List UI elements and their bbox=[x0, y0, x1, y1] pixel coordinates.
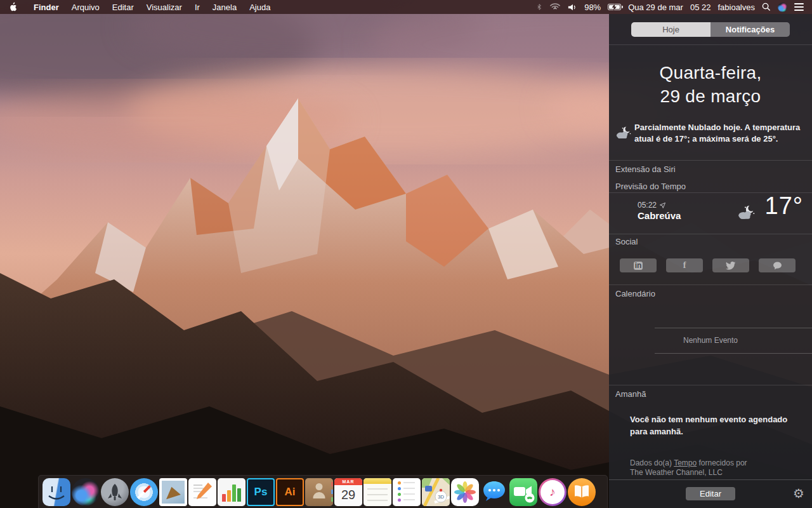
itunes-icon: ♪ bbox=[539, 478, 566, 506]
calendar-icon: MAR 29 bbox=[334, 478, 362, 506]
menu-bar-left: Finder Arquivo Editar Visualizar Ir Jane… bbox=[0, 0, 277, 14]
divider bbox=[609, 385, 812, 385]
message-bubble-icon bbox=[773, 262, 782, 270]
notification-center-icon[interactable] bbox=[794, 3, 804, 11]
dock: Ps Ai MAR 29 bbox=[38, 475, 608, 508]
facebook-share-button[interactable]: f bbox=[666, 258, 703, 272]
divider bbox=[609, 284, 812, 285]
menu-item-arquivo[interactable]: Arquivo bbox=[65, 0, 106, 14]
date-line-1: Quarta-feira, bbox=[609, 61, 812, 84]
edit-button[interactable]: Editar bbox=[686, 487, 735, 500]
photoshop-icon: Ps bbox=[247, 478, 275, 506]
section-tomorrow: Amanhã bbox=[615, 389, 646, 399]
dock-app-contacts[interactable] bbox=[305, 478, 333, 506]
panel-tab-switcher: Hoje Notificações bbox=[631, 22, 790, 37]
dock-app-messages[interactable] bbox=[480, 478, 508, 506]
dock-app-calendar[interactable]: MAR 29 bbox=[334, 478, 362, 506]
dock-app-mail[interactable] bbox=[159, 478, 187, 506]
calendar-no-events: Nenhum Evento bbox=[609, 336, 812, 345]
siri-menu-icon[interactable] bbox=[778, 3, 787, 12]
divider bbox=[609, 44, 812, 45]
widget-cloud-moon-icon bbox=[737, 204, 756, 223]
dock-app-numbers[interactable] bbox=[218, 478, 246, 506]
divider bbox=[609, 234, 812, 234]
bluetooth-icon[interactable] bbox=[536, 3, 542, 11]
reminders-icon bbox=[393, 478, 421, 506]
dock-app-facetime[interactable] bbox=[509, 478, 537, 506]
tomorrow-empty-text: Você não tem nenhum evento agendado para… bbox=[630, 413, 794, 438]
section-calendar: Calendário bbox=[615, 289, 655, 298]
finder-face bbox=[43, 478, 70, 506]
spotlight-search-icon[interactable] bbox=[762, 3, 771, 11]
maps-icon: 3D bbox=[422, 478, 450, 506]
illustrator-icon: Ai bbox=[276, 478, 304, 506]
dock-app-photoshop[interactable]: Ps bbox=[247, 478, 275, 506]
dock-app-finder[interactable] bbox=[43, 478, 70, 506]
dock-app-pages[interactable] bbox=[188, 478, 216, 506]
weather-attribution: Dados do(a) Tempo fornecidos por The Wea… bbox=[630, 458, 747, 478]
apple-menu[interactable] bbox=[0, 0, 27, 14]
date-line-2: 29 de março bbox=[609, 84, 812, 108]
desktop: Finder Arquivo Editar Visualizar Ir Jane… bbox=[0, 0, 812, 508]
weather-summary-text: Parcialmente Nublado hoje. A temperatura… bbox=[634, 122, 803, 145]
contacts-icon bbox=[305, 478, 333, 506]
menu-item-ajuda[interactable]: Ajuda bbox=[243, 0, 277, 14]
menu-item-editar[interactable]: Editar bbox=[106, 0, 140, 14]
wifi-icon[interactable] bbox=[549, 3, 561, 11]
calendar-day: 29 bbox=[334, 485, 362, 504]
menu-bar: Finder Arquivo Editar Visualizar Ir Jane… bbox=[0, 0, 812, 14]
compass-needle bbox=[137, 485, 151, 499]
messages-share-button[interactable] bbox=[759, 258, 796, 272]
menu-item-visualizar[interactable]: Visualizar bbox=[140, 0, 188, 14]
menu-item-ir[interactable]: Ir bbox=[188, 0, 206, 14]
dock-app-maps[interactable]: 3D bbox=[422, 478, 450, 506]
section-weather-forecast: Previsão do Tempo bbox=[615, 182, 686, 191]
dock-app-illustrator[interactable]: Ai bbox=[276, 478, 304, 506]
weather-widget-time: 05:22 bbox=[638, 201, 665, 210]
facebook-icon: f bbox=[683, 260, 686, 271]
stamp-eagle bbox=[163, 485, 181, 499]
calendar-month: MAR bbox=[334, 478, 362, 485]
facetime-icon bbox=[509, 478, 537, 506]
current-user[interactable]: fabioalves bbox=[717, 3, 755, 12]
battery-charging-icon[interactable] bbox=[608, 4, 621, 10]
linkedin-share-button[interactable]: in bbox=[620, 258, 657, 272]
volume-icon[interactable] bbox=[568, 3, 577, 11]
social-buttons: in f bbox=[620, 258, 796, 272]
tab-notificacoes[interactable]: Notificações bbox=[710, 22, 790, 37]
dock-app-itunes[interactable]: ♪ bbox=[539, 478, 566, 506]
dock-app-reminders[interactable] bbox=[393, 478, 421, 506]
widget-time-value: 05:22 bbox=[638, 201, 657, 210]
divider bbox=[609, 160, 812, 161]
dock-app-safari[interactable] bbox=[130, 478, 158, 506]
twitter-bird-icon bbox=[726, 262, 736, 270]
mail-icon bbox=[159, 478, 187, 506]
rocket-icon bbox=[101, 478, 129, 506]
open-book-icon bbox=[568, 478, 596, 506]
battery-percent: 98% bbox=[584, 3, 601, 12]
cloud-moon-icon bbox=[615, 125, 632, 142]
menu-clock-time[interactable]: 05 22 bbox=[690, 3, 711, 12]
menu-item-janela[interactable]: Janela bbox=[206, 0, 243, 14]
dock-app-notes[interactable] bbox=[363, 478, 391, 506]
section-social: Social bbox=[615, 237, 638, 246]
twitter-share-button[interactable] bbox=[712, 258, 749, 272]
music-note-icon: ♪ bbox=[549, 485, 556, 499]
dock-app-ibooks[interactable] bbox=[568, 478, 596, 506]
messages-icon bbox=[480, 478, 508, 506]
weather-link[interactable]: Tempo bbox=[674, 458, 697, 467]
linkedin-icon: in bbox=[634, 262, 643, 270]
menu-clock-date[interactable]: Qua 29 de mar bbox=[628, 3, 683, 12]
tab-hoje[interactable]: Hoje bbox=[631, 22, 710, 37]
weather-widget-location[interactable]: Cabreúva bbox=[638, 210, 681, 221]
section-siri-extension: Extensão da Siri bbox=[615, 164, 676, 174]
dock-app-photos[interactable] bbox=[451, 478, 479, 506]
today-date-heading: Quarta-feira, 29 de março bbox=[609, 61, 812, 108]
notes-icon bbox=[363, 478, 391, 506]
menu-item-finder[interactable]: Finder bbox=[27, 0, 65, 14]
dock-app-launchpad[interactable] bbox=[101, 478, 129, 506]
dock-app-siri[interactable] bbox=[72, 478, 100, 506]
location-arrow-icon bbox=[660, 203, 665, 208]
gear-icon[interactable]: ⚙ bbox=[793, 486, 804, 501]
calendar-hour-line bbox=[655, 328, 812, 328]
